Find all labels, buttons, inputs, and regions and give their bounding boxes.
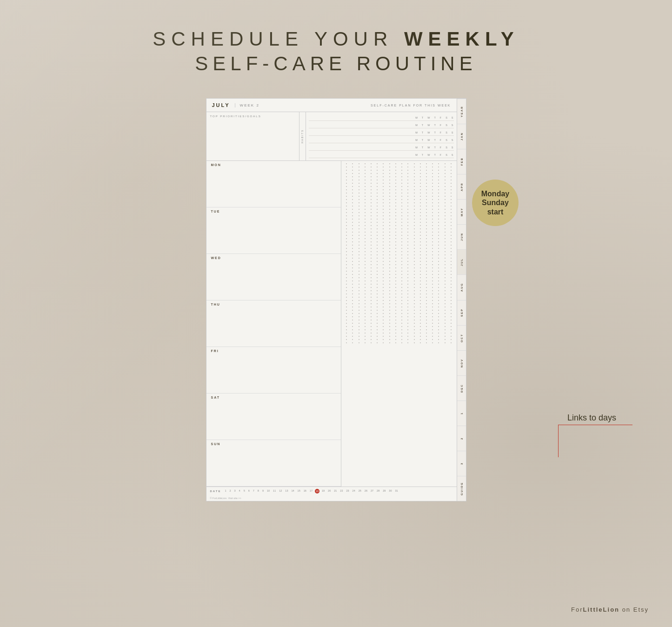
date-number[interactable]: 24 — [352, 489, 356, 494]
dot — [420, 303, 421, 304]
month-tab-year[interactable]: YEAR — [457, 99, 466, 124]
dot — [371, 277, 372, 278]
date-number[interactable]: 31 — [394, 489, 399, 494]
dot — [438, 196, 439, 197]
dot — [401, 320, 402, 320]
date-number[interactable]: 27 — [370, 489, 374, 494]
date-number[interactable]: 30 — [388, 489, 393, 494]
date-number[interactable]: 2 — [228, 489, 232, 494]
dot — [445, 297, 446, 298]
date-number[interactable]: 1 — [224, 489, 227, 494]
date-number[interactable]: 28 — [376, 489, 380, 494]
dot — [438, 261, 439, 262]
month-tab-oct[interactable]: OCT — [457, 325, 466, 350]
dot — [451, 336, 452, 337]
dot — [426, 209, 427, 210]
dot — [414, 173, 415, 174]
dot — [445, 303, 446, 304]
dot — [395, 199, 396, 200]
date-number[interactable]: 15 — [297, 489, 301, 494]
header-line2-bold: SELF-CARE — [195, 53, 346, 74]
dot — [346, 212, 347, 213]
date-number-highlighted[interactable]: 18 — [315, 489, 319, 494]
dot-row — [344, 238, 454, 239]
month-tab-apr[interactable]: APR — [457, 174, 466, 199]
dot — [352, 167, 353, 167]
month-tab-3[interactable]: 3 — [457, 451, 466, 476]
date-number[interactable]: 9 — [261, 489, 265, 494]
date-number[interactable]: 19 — [321, 489, 326, 494]
date-number[interactable]: 5 — [243, 489, 246, 494]
month-tab-aug[interactable]: AUG — [457, 274, 466, 300]
date-number[interactable]: 4 — [238, 489, 241, 494]
date-number[interactable]: 10 — [266, 489, 271, 494]
month-tab-nov[interactable]: NOV — [457, 350, 466, 375]
month-tab-feb[interactable]: FEB — [457, 149, 466, 174]
dot — [377, 209, 378, 210]
date-number[interactable]: 13 — [284, 489, 289, 494]
date-number[interactable]: 3 — [233, 489, 237, 494]
date-number[interactable]: 22 — [339, 489, 344, 494]
date-number[interactable]: 23 — [345, 489, 350, 494]
dot — [359, 320, 359, 320]
dot — [365, 300, 366, 301]
dot — [346, 261, 347, 262]
date-number[interactable]: 16 — [303, 489, 307, 494]
dot — [395, 313, 396, 314]
date-number[interactable]: 20 — [327, 489, 332, 494]
dot — [383, 261, 384, 262]
month-tab-1[interactable]: 1 — [457, 400, 466, 426]
dot — [389, 167, 390, 167]
dot — [420, 264, 421, 265]
dot — [426, 336, 427, 337]
dot-row — [344, 228, 454, 229]
dot — [359, 277, 359, 278]
dot — [426, 245, 427, 246]
dot — [426, 284, 427, 285]
date-number[interactable]: 6 — [247, 489, 251, 494]
dot — [420, 280, 421, 281]
dot — [371, 254, 372, 255]
dot — [389, 320, 390, 320]
month-tab-jun[interactable]: JUN — [457, 224, 466, 249]
dot — [426, 196, 427, 197]
date-number[interactable]: 26 — [364, 489, 368, 494]
date-number[interactable]: 11 — [272, 489, 277, 494]
dot — [426, 333, 427, 334]
date-number[interactable]: 17 — [309, 489, 313, 494]
dot — [438, 342, 439, 343]
month-tab-may[interactable]: MAY — [457, 199, 466, 224]
habits-text: HABITS — [301, 129, 304, 143]
month-tab-guide[interactable]: GUIDE — [457, 476, 466, 501]
month-tab-jul[interactable]: JUL — [457, 249, 466, 274]
dot — [371, 326, 372, 327]
date-number[interactable]: 8 — [257, 489, 260, 494]
dot — [383, 228, 384, 229]
dot — [438, 215, 439, 216]
dot — [445, 287, 446, 288]
dot — [377, 235, 378, 236]
dot — [451, 238, 452, 239]
dot — [445, 241, 446, 242]
dot-row — [344, 277, 454, 278]
dot — [432, 284, 433, 285]
date-number[interactable]: 12 — [278, 489, 283, 494]
date-number[interactable]: 25 — [358, 489, 362, 494]
date-number[interactable]: 29 — [382, 489, 386, 494]
dot — [445, 293, 446, 294]
month-tab-dec[interactable]: DEC — [457, 375, 466, 400]
month-tab-2[interactable]: 2 — [457, 426, 466, 451]
date-number[interactable]: 21 — [333, 489, 338, 494]
dot — [352, 251, 353, 252]
dot — [359, 196, 359, 197]
date-number[interactable]: 7 — [252, 489, 255, 494]
month-tab-jan[interactable]: JAN — [457, 124, 466, 149]
dot — [407, 290, 408, 291]
date-number[interactable]: 14 — [290, 489, 295, 494]
dot — [414, 310, 415, 311]
dot-row — [344, 316, 454, 317]
month-tab-sep[interactable]: SEP — [457, 300, 466, 325]
dot — [383, 245, 384, 246]
dot — [451, 297, 452, 298]
dot — [426, 199, 427, 200]
